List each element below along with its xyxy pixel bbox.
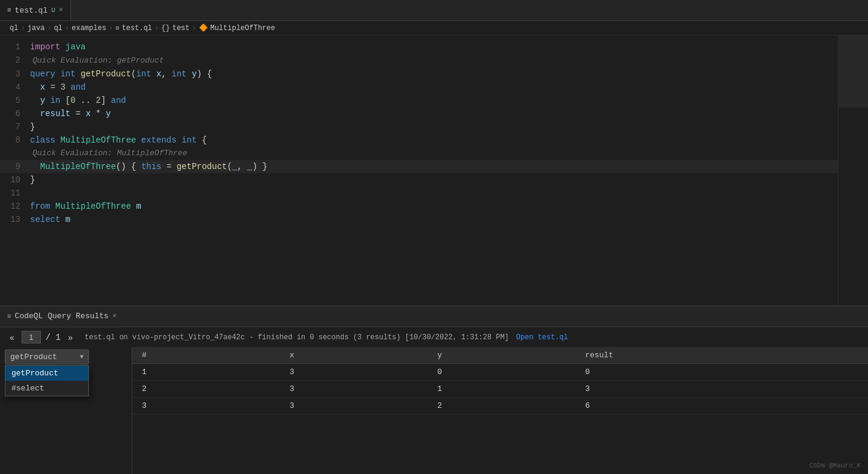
crumb-examples[interactable]: examples [72, 24, 106, 32]
panel-tab-label: CodeQL Query Results [15, 312, 109, 321]
code-line-6: 6 result = x * y [0, 107, 868, 120]
panel-tab-bar: ≡ CodeQL Query Results × [0, 306, 868, 327]
table-cell[interactable]: 1 [428, 381, 576, 398]
line-code-7[interactable]: } [30, 120, 868, 134]
table-wrapper: getProduct ▼ getProduct #select # x y re… [0, 347, 868, 474]
table-row: 3326 [132, 398, 868, 414]
editor-tab[interactable]: ≡ test.ql U × [0, 0, 71, 20]
line-num-7: 7 [0, 120, 30, 134]
crumb-braces: {} [161, 24, 170, 32]
line-code-1[interactable]: import java [30, 40, 868, 54]
table-cell[interactable]: 3 [280, 381, 428, 398]
dropdown-selected-value: getProduct [10, 352, 57, 362]
tab-icon: ≡ [7, 7, 11, 14]
minimap-thumb[interactable] [839, 35, 868, 108]
panel-tab-close[interactable]: × [112, 312, 117, 321]
line-num-8: 8 [0, 134, 30, 147]
line-num-11: 11 [0, 186, 30, 200]
crumb-ql2[interactable]: ql [54, 24, 63, 32]
chevron-down-icon: ▼ [80, 354, 84, 360]
tab-close-button[interactable]: × [59, 6, 63, 14]
dropdown-menu: getProduct #select [5, 365, 89, 396]
table-cell[interactable]: 0 [428, 364, 576, 381]
results-table: # x y result 130023133326 [132, 347, 868, 414]
next-page-button[interactable]: » [66, 331, 75, 343]
table-cell[interactable]: 1 [132, 364, 280, 381]
line-num-3: 3 [0, 67, 30, 81]
table-cell[interactable]: 6 [575, 398, 868, 414]
crumb-java[interactable]: java [28, 24, 45, 32]
table-body: 130023133326 [132, 364, 868, 414]
sep3: › [65, 24, 69, 32]
table-cell[interactable]: 0 [575, 364, 868, 381]
table-cell[interactable]: 3 [280, 398, 428, 414]
code-line-3: 3 query int getProduct(int x, int y) { [0, 67, 868, 81]
line-num-10: 10 [0, 173, 30, 186]
prev-page-button[interactable]: « [7, 331, 17, 343]
col-header-y: y [428, 347, 576, 364]
code-line-12: 12 from MultipleOfThree m [0, 200, 868, 213]
codeql-results-tab[interactable]: ≡ CodeQL Query Results × [0, 306, 124, 327]
results-info: test.ql on vivo-project_Vitro_47ae42c - … [85, 333, 509, 342]
watermark: CSDN @Mauro_K [809, 462, 861, 469]
code-line-8-hint: Quick Evaluation: MultipleOfThree [0, 147, 868, 160]
code-line-7: 7 } [0, 120, 868, 134]
line-code-10[interactable]: } [30, 173, 868, 186]
editor-content: 1 import java 2 Quick Evaluation: getPro… [0, 35, 868, 306]
line-code-6[interactable]: result = x * y [30, 107, 868, 120]
tab-filename: test.ql [15, 6, 48, 15]
line-num-12: 12 [0, 200, 30, 213]
code-line-11: 11 [0, 186, 868, 200]
results-table-area: # x y result 130023133326 [132, 347, 868, 474]
line-num-4: 4 [0, 81, 30, 94]
code-line-4: 4 x = 3 and [0, 81, 868, 94]
sep1: › [20, 24, 25, 32]
tab-badge: U [51, 7, 55, 14]
table-cell[interactable]: 3 [132, 398, 280, 414]
table-row: 1300 [132, 364, 868, 381]
col-header-hash: # [132, 347, 280, 364]
line-code-3[interactable]: query int getProduct(int x, int y) { [30, 67, 868, 81]
dropdown-option-select[interactable]: #select [5, 381, 88, 396]
line-code-4[interactable]: x = 3 and [30, 81, 868, 94]
line-num-2: 2 [0, 54, 30, 67]
line-hint-getproduct: Quick Evaluation: getProduct [30, 54, 868, 67]
line-hint-multipleof: Quick Evaluation: MultipleOfThree [30, 147, 868, 160]
line-num-5: 5 [0, 94, 30, 107]
query-selector-dropdown[interactable]: getProduct ▼ [5, 349, 89, 365]
col-header-result: result [575, 347, 868, 364]
table-cell[interactable]: 2 [428, 398, 576, 414]
table-row: 2313 [132, 381, 868, 398]
line-code-12[interactable]: from MultipleOfThree m [30, 200, 868, 213]
page-total: / 1 [46, 333, 61, 342]
line-code-5[interactable]: y in [0 .. 2] and [30, 94, 868, 107]
table-cell[interactable]: 2 [132, 381, 280, 398]
table-cell[interactable]: 3 [280, 364, 428, 381]
dropdown-option-getproduct[interactable]: getProduct [5, 366, 88, 381]
crumb-file[interactable]: test.ql [122, 24, 152, 32]
sep6: › [192, 24, 197, 32]
crumb-class[interactable]: MultipleOfThree [210, 24, 275, 32]
table-cell[interactable]: 3 [575, 381, 868, 398]
line-num-9: 9 [0, 160, 30, 173]
code-line-13: 13 select m [0, 213, 868, 226]
code-line-9: 9 MultipleOfThree() { this = getProduct(… [0, 160, 868, 173]
line-code-9[interactable]: MultipleOfThree() { this = getProduct(_,… [30, 160, 868, 173]
code-line-10: 10 } [0, 173, 868, 186]
breadcrumb: ql › java › ql › examples › ≡ test.ql › … [0, 21, 868, 35]
line-code-8[interactable]: class MultipleOfThree extends int { [30, 134, 868, 147]
bottom-panel: ≡ CodeQL Query Results × « / 1 » test.ql… [0, 306, 868, 474]
minimap [838, 35, 868, 306]
open-test-link[interactable]: Open test.ql [516, 333, 568, 342]
line-num-6: 6 [0, 107, 30, 120]
file-icon: ≡ [115, 25, 120, 32]
line-num-1: 1 [0, 40, 30, 54]
line-code-13[interactable]: select m [30, 213, 868, 226]
code-line-2: 2 Quick Evaluation: getProduct [0, 54, 868, 67]
page-input[interactable] [22, 331, 41, 343]
col-header-x: x [280, 347, 428, 364]
crumb-class-icon: 🔶 [199, 23, 208, 32]
crumb-test[interactable]: test [173, 24, 190, 32]
crumb-ql[interactable]: ql [10, 24, 18, 32]
code-line-8: 8 class MultipleOfThree extends int { [0, 134, 868, 147]
